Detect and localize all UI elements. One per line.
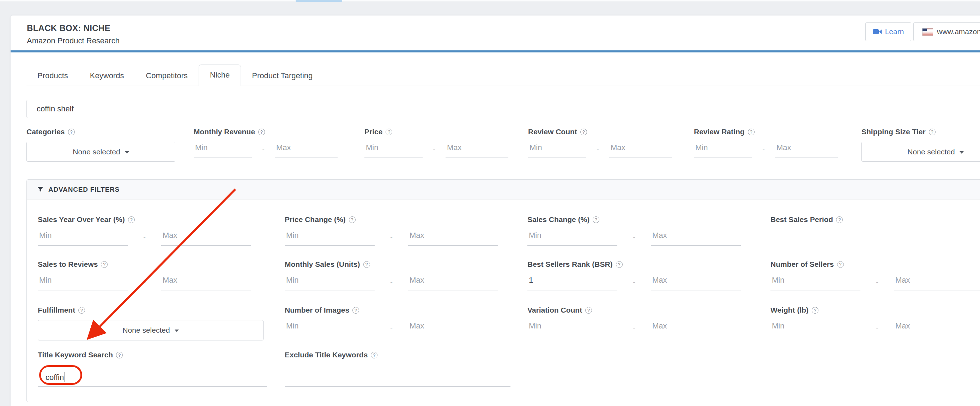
filter-label: Title Keyword Search (38, 350, 113, 359)
help-icon[interactable] (580, 128, 587, 135)
range-separator (128, 233, 161, 246)
review-rating-min-input[interactable] (694, 140, 752, 158)
monthly-sales-min-input[interactable] (285, 273, 375, 290)
filter-monthly-revenue: Monthly Revenue (194, 127, 337, 158)
help-icon[interactable] (748, 128, 754, 135)
help-icon[interactable] (837, 261, 844, 268)
help-icon[interactable] (593, 216, 599, 223)
range-separator (617, 278, 651, 290)
header-divider-rule (11, 51, 980, 52)
help-icon[interactable] (929, 128, 935, 135)
help-icon[interactable] (585, 307, 592, 314)
help-icon[interactable] (68, 128, 75, 135)
review-count-min-input[interactable] (528, 140, 586, 158)
help-icon[interactable] (101, 261, 108, 268)
filter-label: Categories (27, 128, 65, 136)
help-icon[interactable] (349, 216, 356, 223)
help-icon[interactable] (836, 216, 843, 223)
help-icon[interactable] (363, 261, 370, 268)
help-icon[interactable] (116, 352, 123, 358)
price-change-min-input[interactable] (285, 228, 375, 246)
number-of-sellers-min-input[interactable] (770, 273, 861, 290)
filter-label: Weight (lb) (770, 306, 808, 314)
sales-yoy-min-input[interactable] (38, 228, 128, 246)
filter-weight: Weight (lb) (770, 305, 980, 336)
number-of-images-min-input[interactable] (285, 319, 375, 336)
price-change-max-input[interactable] (408, 228, 498, 246)
price-max-input[interactable] (445, 140, 508, 158)
review-rating-max-input[interactable] (775, 140, 838, 158)
sales-to-reviews-max-input[interactable] (161, 273, 251, 290)
exclude-title-keywords-input[interactable] (285, 365, 511, 387)
help-icon[interactable] (258, 128, 265, 135)
range-separator (423, 146, 445, 158)
help-icon[interactable] (812, 307, 818, 314)
sales-yoy-max-input[interactable] (161, 228, 251, 246)
help-icon[interactable] (128, 216, 135, 223)
price-min-input[interactable] (364, 140, 423, 158)
weight-min-input[interactable] (770, 319, 861, 336)
title-keyword-search-value: coffin (46, 373, 64, 382)
categories-select[interactable]: None selected (27, 142, 175, 162)
range-separator (586, 146, 609, 158)
variation-count-min-input[interactable] (527, 319, 617, 336)
range-separator (861, 278, 894, 290)
tab-niche[interactable]: Niche (199, 65, 241, 86)
range-separator (617, 324, 651, 336)
bsr-max-input[interactable] (651, 273, 741, 290)
sales-change-min-input[interactable] (527, 228, 617, 246)
filter-label: Monthly Sales (Units) (285, 260, 360, 268)
range-separator (252, 146, 275, 158)
monthly-revenue-max-input[interactable] (275, 140, 337, 158)
title-keyword-search-input[interactable]: coffin (38, 365, 267, 387)
sales-change-max-input[interactable] (651, 228, 741, 246)
filter-fulfillment: Fulfillment None selected (38, 305, 270, 341)
filter-label: Sales Change (%) (527, 215, 589, 224)
help-icon[interactable] (352, 307, 359, 314)
number-of-sellers-max-input[interactable] (894, 273, 980, 290)
advanced-filters-header[interactable]: ADVANCED FILTERS (27, 180, 980, 200)
review-count-max-input[interactable] (609, 140, 672, 158)
filter-label: Exclude Title Keywords (285, 350, 368, 359)
filter-number-of-images: Number of Images (285, 305, 517, 336)
filter-number-of-sellers: Number of Sellers (770, 259, 980, 290)
monthly-sales-max-input[interactable] (408, 273, 498, 290)
tab-products[interactable]: Products (27, 66, 79, 86)
filter-label: Best Sellers Rank (BSR) (527, 260, 613, 268)
best-sales-period-input[interactable] (770, 230, 980, 251)
sales-to-reviews-min-input[interactable] (38, 273, 128, 290)
help-icon[interactable] (616, 261, 623, 268)
shipping-size-tier-select[interactable]: None selected (861, 142, 980, 162)
page-title: BLACK BOX: NICHE (27, 23, 119, 33)
marketplace-selector-button[interactable]: www.amazon (913, 22, 980, 41)
tab-product-targeting[interactable]: Product Targeting (241, 66, 323, 86)
fulfillment-select[interactable]: None selected (38, 320, 264, 341)
help-icon[interactable] (78, 307, 85, 314)
filter-label: Review Count (528, 128, 577, 136)
filter-label: Fulfillment (38, 306, 75, 314)
monthly-revenue-min-input[interactable] (194, 140, 252, 158)
panel-header: BLACK BOX: NICHE Amazon Product Research (27, 23, 119, 46)
bsr-min-input[interactable] (527, 273, 617, 290)
filter-sales-to-reviews: Sales to Reviews (38, 259, 270, 290)
filter-label: Price Change (%) (285, 215, 346, 224)
chevron-down-icon (959, 151, 964, 154)
niche-search-input[interactable] (27, 100, 980, 118)
chevron-down-icon (175, 330, 179, 332)
niche-search-box (27, 100, 980, 118)
tab-keywords[interactable]: Keywords (79, 66, 135, 86)
advanced-filters-title: ADVANCED FILTERS (48, 186, 119, 193)
range-separator (752, 146, 775, 158)
filter-price-change: Price Change (%) (285, 215, 517, 246)
learn-button[interactable]: Learn (865, 22, 911, 41)
chevron-down-icon (125, 151, 129, 154)
filter-monthly-sales-units: Monthly Sales (Units) (285, 259, 517, 290)
number-of-images-max-input[interactable] (408, 319, 498, 336)
tab-competitors[interactable]: Competitors (135, 66, 199, 86)
help-icon[interactable] (386, 128, 392, 135)
help-icon[interactable] (371, 352, 377, 358)
range-separator (375, 324, 408, 336)
filter-label: Number of Images (285, 306, 349, 314)
weight-max-input[interactable] (894, 319, 980, 336)
variation-count-max-input[interactable] (651, 319, 741, 336)
